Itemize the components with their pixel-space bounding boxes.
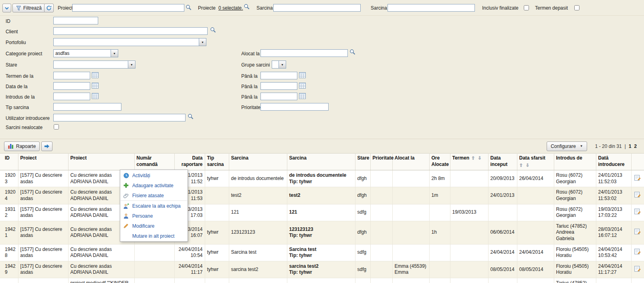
column-header-termen[interactable]: Termen⇧ ⇩ xyxy=(450,154,488,170)
context-menu-item[interactable]: Mutare in alt proiect xyxy=(121,231,187,241)
proiect-input[interactable] xyxy=(72,4,184,12)
column-header-numar_comanda[interactable]: Număr comandă xyxy=(134,154,174,170)
page-1[interactable]: 1 xyxy=(629,144,632,149)
context-menu-item[interactable]: Persoane xyxy=(121,211,187,221)
categorie-proiect-select[interactable]: asdfas ▼ xyxy=(53,49,118,57)
context-menu-item[interactable]: Modificare xyxy=(121,221,187,231)
client-input[interactable] xyxy=(53,27,208,35)
sarcini-nealocate-checkbox[interactable] xyxy=(54,124,59,129)
id-input[interactable] xyxy=(53,17,98,24)
column-header-prioritate[interactable]: Prioritate xyxy=(370,154,392,170)
export-button[interactable] xyxy=(41,142,52,151)
cell-proiect2: Cu descriere asdas ADRIANA DANIIL xyxy=(68,261,134,278)
pana-la-1-input[interactable] xyxy=(260,72,297,79)
sarcina-input-1[interactable] xyxy=(273,4,361,12)
cell-introdus_de: Tariuc (47852) Andreea Gabriela xyxy=(554,221,596,244)
portofoliu-select[interactable]: ▼ xyxy=(53,38,206,46)
cell-data_sfarsit: 27/08/2015 xyxy=(517,278,554,283)
configurare-button[interactable]: Configurare ▼ xyxy=(547,142,587,151)
cell-id: 19203 xyxy=(0,170,18,187)
page-2[interactable]: 2 xyxy=(634,144,637,149)
column-header-sarcina2[interactable]: Sarcina xyxy=(287,154,355,170)
rapoarte-button[interactable]: Rapoarte xyxy=(4,142,40,151)
row-details-icon[interactable] xyxy=(634,175,641,181)
table-row[interactable]: 19421[1577] Cu descriere asdasCu descrie… xyxy=(0,221,644,244)
cell-sarcina: sarcina test2 xyxy=(229,261,287,278)
calendar-icon[interactable] xyxy=(299,83,306,89)
column-header-data_introducere[interactable]: Dată introducere xyxy=(596,154,631,170)
inclusiv-finalizate-label: Inclusiv finalizate xyxy=(482,5,519,11)
column-header-data_inceput[interactable]: Data inceput xyxy=(488,154,517,170)
data-de-la-input[interactable] xyxy=(53,82,90,90)
cell-stare: sdfg xyxy=(355,204,370,221)
row-details-icon[interactable] xyxy=(634,192,641,198)
calendar-icon[interactable] xyxy=(299,72,306,78)
prioritate-input[interactable] xyxy=(260,103,329,111)
chevron-down-icon: ▼ xyxy=(111,50,118,57)
proiecte-label: Proiecte xyxy=(198,5,216,11)
table-row[interactable]: 19684[1624] proiect mediasdfproiect medi… xyxy=(0,278,644,283)
column-header-label: Stare xyxy=(357,155,369,161)
table-row[interactable]: 19312[1577] Cu descriere asdasCu descrie… xyxy=(0,204,644,221)
cell-numar_comanda xyxy=(134,261,174,278)
column-header-sarcina[interactable]: Sarcina xyxy=(229,154,287,170)
row-details-icon[interactable] xyxy=(634,208,641,214)
sarcina-label-1: Sarcina xyxy=(256,5,273,11)
search-icon[interactable] xyxy=(188,113,194,119)
table-row[interactable]: 19204[1577] Cu descriere asdasCu descrie… xyxy=(0,187,644,204)
filter-collapse-button[interactable] xyxy=(2,4,11,12)
pana-la-2-input[interactable] xyxy=(260,82,297,90)
table-row[interactable]: 19428[1577] Cu descriere asdasCu descrie… xyxy=(0,244,644,261)
sort-arrows-icon[interactable]: ⇧ ⇩ xyxy=(471,156,482,160)
column-header-alocat_la[interactable]: Alocat la xyxy=(392,154,429,170)
refresh-button[interactable] xyxy=(44,4,54,12)
context-menu-item[interactable]: Adaugare activitate xyxy=(121,180,187,190)
row-details-icon[interactable] xyxy=(634,228,641,234)
column-header-proiect[interactable]: Proiect xyxy=(18,154,68,170)
table-row[interactable]: 19429[1577] Cu descriere asdasCu descrie… xyxy=(0,261,644,278)
search-icon[interactable] xyxy=(349,49,355,55)
proiecte-selectate-link[interactable]: 0 selectate. xyxy=(218,5,243,11)
calendar-icon[interactable] xyxy=(92,72,99,78)
termen-de-la-input[interactable] xyxy=(53,72,90,79)
termen-depasit-checkbox[interactable] xyxy=(574,5,579,10)
filtreaza-button[interactable]: Filtrează xyxy=(12,4,45,12)
column-header-data_raportare[interactable]: Data raportare xyxy=(174,154,205,170)
stare-select[interactable]: ▼ xyxy=(53,61,135,69)
row-details-icon[interactable] xyxy=(634,266,641,272)
column-header-id[interactable]: ID xyxy=(0,154,18,170)
table-row[interactable]: 19203[1577] Cu descriere asdasCu descrie… xyxy=(0,170,644,187)
utilizator-introducere-input[interactable] xyxy=(53,114,186,121)
chevron-down-icon xyxy=(5,7,9,10)
cell-sarcina2: test la misto 2 Tip: Dezvoltare xyxy=(287,278,355,283)
calendar-icon[interactable] xyxy=(299,93,306,99)
column-header-ore_alocate[interactable]: Ore Alocate xyxy=(429,154,450,170)
sort-arrows-icon[interactable]: ⇧ ⇩ xyxy=(519,162,531,168)
search-icon[interactable] xyxy=(186,4,192,10)
column-header-proiect2[interactable]: Proiect xyxy=(68,154,134,170)
sarcina-input-2[interactable] xyxy=(388,4,475,12)
calendar-icon[interactable] xyxy=(92,93,99,99)
cell-actions xyxy=(631,204,644,221)
context-menu-item[interactable]: Escalare la alta echipa xyxy=(121,200,187,211)
introdus-de-la-input[interactable] xyxy=(53,93,90,100)
cell-data_sfarsit xyxy=(517,204,554,221)
inclusiv-finalizate-checkbox[interactable] xyxy=(524,5,529,10)
column-header-data_sfarsit[interactable]: Data sfarsit⇧ ⇩ xyxy=(517,154,554,170)
context-menu-item[interactable]: Activități xyxy=(121,170,187,180)
column-header-tip_sarcina[interactable]: Tip sarcina xyxy=(205,154,229,170)
calendar-icon[interactable] xyxy=(92,83,99,89)
grupe-sarcini-select[interactable]: ▼ xyxy=(272,61,286,69)
search-icon[interactable] xyxy=(210,27,216,33)
row-details-icon[interactable] xyxy=(634,249,641,255)
tip-sarcina-input[interactable] xyxy=(53,103,121,111)
pana-la-3-input[interactable] xyxy=(260,93,297,100)
cell-sarcina: 121 xyxy=(229,204,287,221)
cell-data_raportare: 24/04/2014 10:54 xyxy=(174,244,205,261)
column-header-stare[interactable]: Stare xyxy=(355,154,370,170)
context-menu-item[interactable]: Fisiere atasate xyxy=(121,190,187,200)
alocat-la-input[interactable] xyxy=(260,49,348,57)
column-header-introdus_de[interactable]: Introdus de xyxy=(554,154,596,170)
search-icon[interactable] xyxy=(244,4,250,10)
cell-stare: dfgh xyxy=(355,187,370,204)
